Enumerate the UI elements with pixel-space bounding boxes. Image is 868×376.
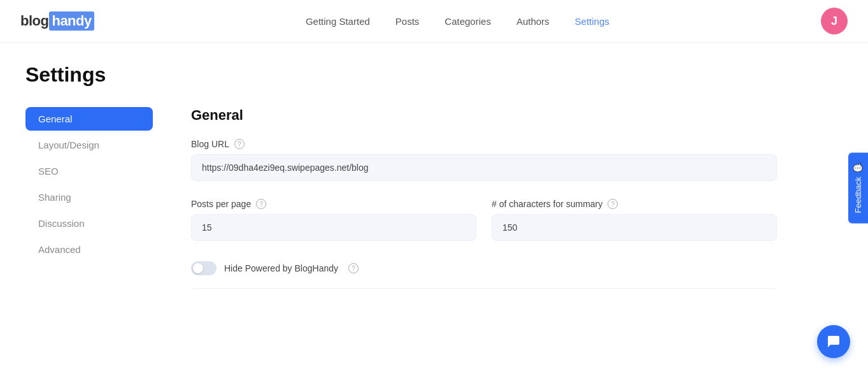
blog-url-help-icon[interactable]: ? [234,139,245,149]
hide-powered-label: Hide Powered by BlogHandy [224,263,338,273]
hide-powered-help-icon[interactable]: ? [348,263,359,273]
hide-powered-toggle[interactable] [191,261,217,275]
nav-links: Getting Started Posts Categories Authors… [306,16,609,27]
sidebar-item-discussion[interactable]: Discussion [25,212,153,235]
posts-per-page-label: Posts per page [191,199,251,209]
two-col-row: Posts per page ? # of characters for sum… [191,199,777,259]
hide-powered-row: Hide Powered by BlogHandy ? [191,261,777,275]
sidebar-item-layout-design[interactable]: Layout/Design [25,133,153,157]
chars-summary-help-icon[interactable]: ? [608,199,618,209]
chars-summary-input[interactable] [492,214,777,241]
posts-per-page-help-icon[interactable]: ? [256,199,266,209]
feedback-tab[interactable]: Feedback 💬 [848,152,868,223]
sidebar-item-sharing[interactable]: Sharing [25,185,153,209]
nav-categories[interactable]: Categories [445,16,491,27]
blog-url-label-row: Blog URL ? [191,139,777,149]
content: General Blog URL ? Posts per page ? [191,107,777,289]
page: Settings General Layout/Design SEO Shari… [0,43,868,309]
chat-bubble[interactable] [817,325,850,358]
navbar: bloghandy Getting Started Posts Categori… [0,0,868,43]
chars-summary-label: # of characters for summary [492,199,602,209]
logo-highlight: handy [49,11,94,31]
nav-right: J [821,8,848,34]
logo-text: blog [20,13,48,29]
section-title: General [191,107,777,124]
sidebar-item-advanced[interactable]: Advanced [25,238,153,261]
nav-authors[interactable]: Authors [516,16,550,27]
chat-icon [826,334,841,349]
section-divider [191,288,777,289]
page-title: Settings [25,63,843,87]
sidebar-item-general[interactable]: General [25,107,153,131]
blog-url-label: Blog URL [191,139,229,149]
posts-per-page-input[interactable] [191,214,476,241]
posts-per-page-field-group: Posts per page ? [191,199,476,241]
sidebar: General Layout/Design SEO Sharing Discus… [25,107,153,289]
avatar[interactable]: J [821,8,848,34]
toggle-thumb [193,263,203,273]
nav-posts[interactable]: Posts [395,16,420,27]
sidebar-item-seo[interactable]: SEO [25,159,153,183]
layout: General Layout/Design SEO Sharing Discus… [25,107,843,289]
posts-per-page-label-row: Posts per page ? [191,199,476,209]
nav-settings[interactable]: Settings [575,16,609,27]
feedback-chat-icon: 💬 [853,163,863,173]
chars-summary-field-group: # of characters for summary ? [492,199,777,241]
feedback-label: Feedback [853,177,863,213]
logo[interactable]: bloghandy [20,11,94,31]
chars-summary-label-row: # of characters for summary ? [492,199,777,209]
nav-getting-started[interactable]: Getting Started [306,16,370,27]
blog-url-input[interactable] [191,154,777,181]
blog-url-field-group: Blog URL ? [191,139,777,181]
